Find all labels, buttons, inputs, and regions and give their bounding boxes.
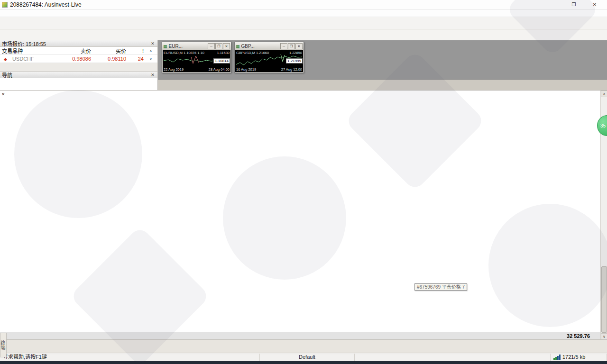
chart-window-eurusd[interactable]: ▦ EUR... ─ ❐ ✕ EURUSD,M 1.10876 1.10 1.1… — [162, 42, 231, 73]
drawing-toolbar — [0, 29, 607, 40]
column-spread[interactable]: ! — [128, 48, 146, 54]
order-tooltip: #67596769 平仓价格 7 — [414, 283, 467, 291]
chart-high: 1.11530 — [217, 51, 230, 55]
market-watch-header: 交易品种 卖价 买价 ! ∧ — [0, 47, 157, 55]
chart-date-right: 28 Aug 04:00 — [209, 67, 230, 72]
close-icon[interactable]: ✕ — [150, 73, 156, 77]
market-watch-title: 市场报价: 15:18:55 — [2, 40, 46, 47]
taskbar-edge — [0, 361, 607, 364]
history-summary-row: 32 529.76 — [0, 332, 600, 340]
chart-price-label: 1.10814 — [213, 58, 230, 64]
chart-workspace: ▦ EUR... ─ ❐ ✕ EURUSD,M 1.10876 1.10 1.1… — [158, 40, 607, 90]
status-connection[interactable]: 1721/5 kb — [550, 354, 607, 361]
column-ask[interactable]: 买价 — [93, 47, 128, 55]
market-watch-title-bar: 市场报价: 15:18:55 ✕ — [0, 40, 157, 47]
connection-bars-icon — [553, 355, 561, 360]
scroll-up-icon[interactable]: ∧ — [601, 91, 607, 97]
status-help-text: 寻求帮助,请按F1键 — [0, 354, 260, 361]
chart-ohlc: GBPUSD,M 1.21660 — [236, 51, 269, 55]
chart-icon: ▦ — [163, 44, 167, 49]
status-bar: 寻求帮助,请按F1键 Default 1721/5 kb — [0, 353, 607, 361]
chart-tab-bar — [158, 80, 607, 90]
restore-icon[interactable]: ❐ — [288, 43, 295, 49]
status-spacer — [355, 354, 550, 361]
close-icon[interactable]: ✕ — [150, 41, 156, 46]
navigator-body — [0, 78, 157, 90]
window-title: 2088267484: Ausinvest-Live — [10, 1, 82, 8]
main-toolbar — [0, 17, 607, 29]
quote-ask: 0.98110 — [93, 56, 128, 62]
chart-icon: ▦ — [236, 44, 240, 49]
terminal-tab-bar — [0, 339, 607, 353]
status-profile[interactable]: Default — [260, 354, 355, 361]
terminal-panel: ✕ 32 529.76 ∧ ∨ — [0, 90, 607, 339]
chart-window-title: EUR... — [168, 44, 183, 49]
chart-date-left: 22 Aug 2019 — [164, 67, 184, 72]
terminal-side-tab[interactable]: 终端 — [0, 333, 7, 357]
close-icon[interactable]: ✕ — [1, 92, 5, 97]
chart-high: 1.22850 — [289, 51, 302, 55]
column-symbol[interactable]: 交易品种 — [0, 47, 56, 55]
quote-spread: 24 — [128, 56, 146, 62]
quote-symbol: USDCHF — [10, 56, 36, 62]
chart-window-title: GBP... — [240, 44, 255, 49]
minimize-icon[interactable]: — — [543, 2, 563, 7]
minimize-icon[interactable]: ─ — [280, 43, 287, 49]
column-bid[interactable]: 卖价 — [56, 47, 93, 55]
navigator-title: 导航 — [2, 71, 12, 79]
quote-row-usdchf[interactable]: ◆USDCHF 0.98086 0.98110 24 ∨ — [0, 55, 157, 63]
left-panels: 市场报价: 15:18:55 ✕ 交易品种 卖价 买价 ! ∧ ◆USDCHF … — [0, 40, 158, 90]
title-bar: 2088267484: Ausinvest-Live — ❐ ✕ — [0, 0, 607, 9]
scroll-up-icon[interactable]: ∧ — [146, 49, 156, 53]
scrollbar-thumb[interactable] — [601, 266, 607, 333]
scroll-down-icon[interactable]: ∨ — [601, 333, 607, 340]
app-icon — [2, 2, 8, 8]
chart-date-left: 16 Aug 2019 — [236, 67, 256, 72]
mini-chart: GBPUSD,M 1.21660 1.22850 1.21999 16 Aug … — [235, 50, 303, 72]
minimize-icon[interactable]: ─ — [208, 43, 215, 49]
quote-bid: 0.98086 — [56, 56, 93, 62]
main-area: 市场报价: 15:18:55 ✕ 交易品种 卖价 买价 ! ∧ ◆USDCHF … — [0, 40, 607, 90]
chart-date-right: 27 Aug 12:00 — [281, 67, 302, 72]
close-icon[interactable]: ✕ — [295, 43, 303, 49]
traffic-counter: 1721/5 kb — [562, 354, 585, 361]
chart-window-title-bar: ▦ GBP... ─ ❐ ✕ — [235, 42, 304, 50]
close-icon[interactable]: ✕ — [584, 2, 605, 7]
chart-ohlc: EURUSD,M 1.10876 1.10 — [164, 51, 204, 55]
mt4-terminal-window: { "window": { "title": "2088267484: Ausi… — [0, 0, 607, 364]
scroll-down-icon[interactable]: ∨ — [146, 57, 156, 61]
menu-bar — [0, 9, 607, 17]
mini-chart: EURUSD,M 1.10876 1.10 1.11530 1.10814 22… — [163, 50, 230, 72]
summary-total: 32 529.76 — [567, 333, 590, 339]
symbol-down-icon: ◆ — [2, 57, 9, 62]
chart-price-label: 1.21999 — [286, 58, 303, 64]
close-icon[interactable]: ✕ — [223, 43, 230, 49]
chart-window-title-bar: ▦ EUR... ─ ❐ ✕ — [162, 42, 231, 50]
restore-icon[interactable]: ❐ — [215, 43, 222, 49]
navigator-title-bar: 导航 ✕ — [0, 72, 157, 78]
maximize-icon[interactable]: ❐ — [563, 2, 584, 7]
chart-window-gbpusd[interactable]: ▦ GBP... ─ ❐ ✕ GBPUSD,M 1.21660 1.22850 … — [234, 42, 304, 73]
market-watch-tabs — [0, 63, 157, 72]
